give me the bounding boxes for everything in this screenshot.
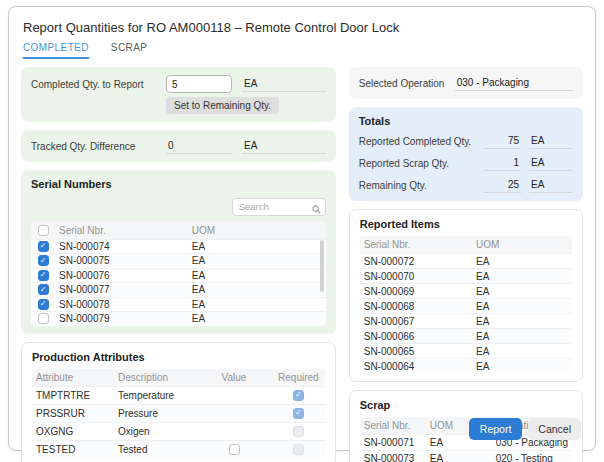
col-value: Value (196, 369, 272, 386)
tracked-diff-label: Tracked Qty. Difference (31, 141, 166, 152)
serial-numbers-panel: Serial Numbers Serial Nbr. UOM (21, 170, 336, 334)
required-checkbox (293, 426, 304, 437)
col-serial-nbr: Serial Nbr. (360, 417, 426, 434)
serial-numbers-table: Serial Nbr. UOM SN-000074 EA SN-000075 E… (31, 222, 326, 326)
row-checkbox[interactable] (38, 270, 49, 281)
attribute-row: TESTED Tested (32, 440, 325, 458)
attribute-row: TMPTRTRE Temperature (32, 386, 325, 404)
set-remaining-qty-button[interactable]: Set to Remaining Qty. (166, 97, 279, 114)
serial-row[interactable]: SN-000079 EA (31, 311, 326, 326)
serial-table-header: Serial Nbr. UOM (31, 222, 326, 239)
totals-panel: Totals Reported Completed Qty. 75 EA Rep… (349, 107, 583, 201)
required-checkbox (293, 408, 304, 419)
production-attributes-title: Production Attributes (32, 351, 325, 363)
col-description: Description (114, 369, 196, 386)
report-quantities-dialog: Report Quantities for RO AM000118 – Remo… (8, 6, 596, 451)
reported-scrap-qty: 1 (483, 155, 521, 171)
row-checkbox[interactable] (38, 255, 49, 266)
select-all-checkbox[interactable] (38, 225, 49, 236)
attribute-row: OXGNG Oxigen (32, 422, 325, 440)
tab-completed[interactable]: COMPLETED (23, 42, 89, 59)
reported-item-row: SN-000069 EA (360, 283, 572, 298)
col-serial-nbr: Serial Nbr. (360, 236, 472, 253)
reported-item-row: SN-000070 EA (360, 268, 572, 283)
reported-items-title: Reported Items (360, 218, 572, 230)
production-attributes-panel: Production Attributes Attribute Descript… (21, 342, 336, 462)
ri-table-header: Serial Nbr. UOM (360, 236, 572, 253)
col-uom: UOM (188, 222, 326, 239)
row-checkbox[interactable] (38, 313, 49, 324)
serial-row[interactable]: SN-000076 EA (31, 268, 326, 283)
reported-item-row: SN-000072 EA (360, 253, 572, 268)
tracked-diff-uom: EA (242, 138, 326, 154)
selected-operation-panel: Selected Operation 030 - Packaging (349, 67, 583, 99)
serial-row[interactable]: SN-000078 EA (31, 297, 326, 312)
required-checkbox (293, 390, 304, 401)
col-attribute: Attribute (32, 369, 114, 386)
totals-row: Remaining Qty. 25 EA (359, 177, 573, 193)
totals-row: Reported Scrap Qty. 1 EA (359, 155, 573, 171)
scrollbar-thumb[interactable] (320, 240, 324, 292)
dialog-title: Report Quantities for RO AM000118 – Remo… (23, 20, 583, 35)
right-column: Selected Operation 030 - Packaging Total… (349, 67, 583, 462)
reported-item-row: SN-000067 EA (360, 313, 572, 328)
completed-qty-panel: Completed Qty. to Report EA Set to Remai… (21, 67, 336, 122)
left-column: Completed Qty. to Report EA Set to Remai… (21, 67, 336, 462)
reported-items-panel: Reported Items Serial Nbr. UOM SN-000072… (349, 209, 583, 382)
col-serial-nbr: Serial Nbr. (55, 222, 188, 239)
search-icon (312, 200, 321, 218)
scrap-title: Scrap (360, 399, 572, 411)
completed-qty-input[interactable] (166, 75, 232, 93)
reported-item-row: SN-000064 EA (360, 358, 572, 373)
serial-row[interactable]: SN-000077 EA (31, 282, 326, 297)
serial-row[interactable]: SN-000075 EA (31, 253, 326, 268)
col-uom: UOM (472, 236, 572, 253)
serial-row[interactable]: SN-000074 EA (31, 239, 326, 254)
selected-operation-value: 030 - Packaging (455, 75, 573, 91)
totals-row: Reported Completed Qty. 75 EA (359, 133, 573, 149)
col-required: Required (272, 369, 325, 386)
attribute-row: PRSSRUR Pressure (32, 404, 325, 422)
report-button[interactable]: Report (469, 418, 523, 440)
serial-numbers-title: Serial Numbers (31, 178, 326, 190)
required-checkbox (293, 444, 304, 455)
reported-item-row: SN-000066 EA (360, 328, 572, 343)
pa-table-header: Attribute Description Value Required (32, 369, 325, 386)
dialog-content: Completed Qty. to Report EA Set to Remai… (21, 67, 583, 462)
tracked-diff-value: 0 (166, 138, 232, 154)
reported-item-row: SN-000065 EA (360, 343, 572, 358)
row-checkbox[interactable] (38, 299, 49, 310)
tab-scrap[interactable]: SCRAP (111, 42, 147, 59)
selected-operation-label: Selected Operation (359, 78, 455, 89)
reported-completed-qty: 75 (483, 133, 521, 149)
totals-title: Totals (359, 115, 573, 127)
dialog-footer: Report Cancel (469, 418, 581, 440)
remaining-qty: 25 (483, 177, 521, 193)
reported-items-table: Serial Nbr. UOM SN-000072 EA SN-000070 E… (360, 236, 572, 373)
completed-qty-uom: EA (242, 76, 326, 92)
scrap-row: SN-000073 EA 020 - Testing (360, 450, 572, 462)
row-checkbox[interactable] (38, 241, 49, 252)
reported-item-row: SN-000068 EA (360, 298, 572, 313)
completed-qty-label: Completed Qty. to Report (31, 79, 166, 90)
row-checkbox[interactable] (38, 284, 49, 295)
cancel-button[interactable]: Cancel (528, 418, 581, 440)
value-checkbox[interactable] (229, 444, 240, 455)
production-attributes-table: Attribute Description Value Required TMP… (32, 369, 325, 458)
tracked-diff-panel: Tracked Qty. Difference 0 EA (21, 130, 336, 162)
tab-bar: COMPLETED SCRAP (23, 42, 583, 59)
